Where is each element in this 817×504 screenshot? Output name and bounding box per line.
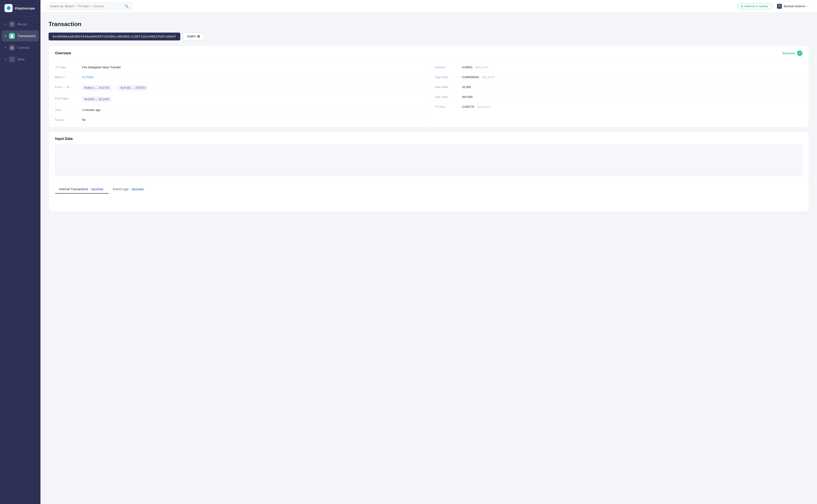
- network-dot: [741, 5, 743, 7]
- detail-row: Time2 minutes ago: [55, 105, 422, 115]
- to-address[interactable]: 0xfc83...725783: [118, 85, 147, 90]
- detail-grid: TX TypeFee Delegated Value TransferBlock…: [49, 60, 809, 127]
- unit-label: Test_KLAY: [475, 66, 488, 69]
- address-tag[interactable]: 0x2645...8c1410: [82, 97, 111, 102]
- success-badge: Success ✓: [782, 51, 802, 56]
- nav-icon-blocks: 📦: [9, 21, 15, 27]
- copy-label: COPY: [187, 35, 196, 38]
- detail-value: 0.000000025Test_KLAY: [462, 75, 495, 79]
- nav-dot-blocks: [5, 24, 6, 25]
- tab-label-event-logs: Event Logs: [113, 187, 128, 191]
- upcoming-badge: Upcoming!: [130, 188, 145, 191]
- detail-col-right: Amount0.00001Test_KLAYGas Price0.0000000…: [429, 60, 809, 127]
- nav-dot-more: [5, 59, 6, 60]
- nav-dot-contract: [5, 47, 6, 48]
- detail-label: Gas Used: [435, 85, 457, 89]
- unit-label: Test_KLAY: [482, 76, 495, 79]
- amount-value: 0.000000025: [462, 75, 479, 79]
- success-check-icon: ✓: [797, 51, 802, 56]
- header: 🔍 Network is healthy 🌳 Baobab Network ▾: [40, 0, 817, 13]
- main-area: 🔍 Network is healthy 🌳 Baobab Network ▾ …: [40, 0, 817, 504]
- nav-label-transactions: Transactions: [18, 34, 35, 38]
- detail-label: Gas Limit: [435, 95, 457, 99]
- detail-label: Fee Payer: [55, 97, 77, 100]
- block-link[interactable]: 3175653: [82, 75, 93, 79]
- detail-value: 2 minutes ago: [82, 108, 100, 112]
- detail-value: 31,000: [462, 85, 471, 89]
- search-input[interactable]: [50, 4, 123, 8]
- sidebar-item-more[interactable]: ··· More: [2, 54, 39, 65]
- detail-row: TX TypeFee Delegated Value Transfer: [55, 62, 422, 72]
- header-right: Network is healthy 🌳 Baobab Network ▾: [738, 3, 811, 10]
- nav-label-contract: Contract: [18, 46, 29, 49]
- detail-row: TX Fee0.000775Test_KLAY: [435, 102, 802, 112]
- tab-internal-transactions[interactable]: Internal TransactionsUpcoming!: [55, 185, 109, 194]
- detail-row: Gas Price0.000000025Test_KLAY: [435, 72, 802, 82]
- sidebar-item-transactions[interactable]: 📄 Transactions: [2, 30, 39, 42]
- detail-value: 58: [82, 118, 85, 122]
- network-name: Baobab Network: [784, 4, 805, 8]
- amount-value: 0.00001: [462, 66, 473, 69]
- sidebar-nav: 📦 Blocks 📄 Transactions 📋 Contract ··· M…: [0, 19, 40, 65]
- arrow-icon: →: [113, 86, 116, 90]
- sidebar: 🔷 Klaytnscope 📦 Blocks 📄 Transactions 📋 …: [0, 0, 40, 504]
- detail-row: Fee Payer0x2645...8c1410: [55, 94, 422, 105]
- detail-value: Fee Delegated Value Transfer: [82, 66, 121, 69]
- detail-label: Amount: [435, 66, 457, 69]
- detail-value: 0.00001Test_KLAY: [462, 66, 488, 69]
- detail-row: Nonce58: [55, 115, 422, 125]
- detail-label: TX Fee: [435, 105, 457, 108]
- logo-icon: 🔷: [4, 4, 13, 12]
- search-bar[interactable]: 🔍: [47, 2, 132, 10]
- detail-label: Nonce: [55, 118, 77, 122]
- nav-icon-transactions: 📄: [9, 33, 15, 39]
- nav-label-more: More: [18, 57, 25, 61]
- page-content: Transaction 0xd99086aa8188255d4ee885d9f1…: [40, 13, 817, 504]
- baobab-icon: 🌳: [777, 4, 782, 9]
- copy-button[interactable]: COPY ⧉: [183, 33, 204, 40]
- input-data-card: Input Data Internal TransactionsUpcoming…: [49, 132, 809, 212]
- tabs-row: Internal TransactionsUpcoming!Event Logs…: [49, 181, 809, 194]
- network-status-badge: Network is healthy: [738, 3, 772, 9]
- nav-icon-more: ···: [9, 56, 15, 62]
- detail-value: 300,000: [462, 95, 473, 99]
- network-status-text: Network is healthy: [744, 4, 768, 8]
- logo-text: Klaytnscope: [15, 6, 35, 10]
- detail-value: 0.000775Test_KLAY: [462, 105, 490, 108]
- search-icon: 🔍: [124, 4, 129, 8]
- detail-value: 0x2645...8c1410: [82, 97, 111, 102]
- input-data-title: Input Data: [55, 137, 73, 141]
- sidebar-item-contract[interactable]: 📋 Contract: [2, 42, 39, 53]
- nav-label-blocks: Blocks: [18, 22, 27, 26]
- tab-event-logs[interactable]: Event LogsUpcoming!: [109, 185, 149, 194]
- hash-row: 0xd99086aa8188255d4ee885d9f1933b6cc06208…: [49, 33, 809, 40]
- from-address[interactable]: 0x0ecc...6e1710: [82, 85, 111, 90]
- detail-row: Amount0.00001Test_KLAY: [435, 62, 802, 72]
- input-data-area: [55, 144, 802, 176]
- detail-row: Block #3175653: [55, 72, 422, 82]
- nav-dot-transactions: [5, 35, 6, 37]
- sidebar-item-blocks[interactable]: 📦 Blocks: [2, 19, 39, 30]
- network-selector[interactable]: 🌳 Baobab Network ▾: [775, 3, 811, 10]
- chevron-down-icon: ▾: [807, 5, 808, 8]
- detail-row: Gas Used31,000: [435, 82, 802, 92]
- unit-label: Test_KLAY: [477, 105, 490, 108]
- overview-card: Overview Success ✓ TX TypeFee Delegated …: [49, 45, 809, 128]
- overview-title: Overview: [55, 51, 71, 55]
- detail-col-left: TX TypeFee Delegated Value TransferBlock…: [49, 60, 429, 127]
- detail-label: TX Type: [55, 66, 77, 69]
- success-label: Success: [782, 51, 795, 55]
- amount-value: 0.000775: [462, 105, 474, 108]
- overview-card-header: Overview Success ✓: [49, 46, 809, 60]
- upcoming-badge: Upcoming!: [90, 188, 105, 191]
- copy-icon: ⧉: [197, 35, 200, 38]
- detail-label: Time: [55, 108, 77, 112]
- detail-label: From → To: [55, 85, 77, 89]
- tabs-content: [49, 194, 809, 212]
- detail-row: From → To0x0ecc...6e1710→0xfc83...725783: [55, 82, 422, 94]
- detail-label: Gas Price: [435, 75, 457, 79]
- detail-row: Gas Limit300,000: [435, 92, 802, 102]
- page-title: Transaction: [49, 21, 809, 28]
- nav-icon-contract: 📋: [9, 45, 15, 51]
- tx-hash-display: 0xd99086aa8188255d4ee885d9f1933b6cc06208…: [49, 33, 180, 40]
